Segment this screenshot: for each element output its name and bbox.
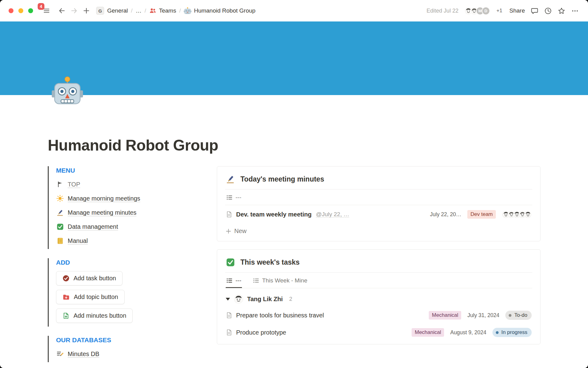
breadcrumb-page-label: Humanoid Robot Group [194, 7, 255, 14]
breadcrumb-separator: / [145, 7, 146, 14]
page-content: MENU TOP Manage morning meetings [0, 166, 588, 368]
attendee-avatars [502, 211, 532, 218]
database-link-minutes-db[interactable]: Minutes DB [56, 347, 200, 361]
status-dot [496, 331, 499, 334]
card-title: This week's tasks [240, 258, 300, 266]
right-column: Today's meeting minutes --- Dev. team we… [217, 166, 541, 344]
task-due-date: August 9, 2024 [450, 329, 486, 336]
avatar [524, 211, 532, 218]
robot-icon [51, 76, 83, 108]
avatar-overflow-count[interactable]: +1 [496, 8, 502, 14]
new-page-button[interactable] [81, 5, 92, 16]
meeting-minutes-header: Today's meeting minutes [225, 173, 532, 189]
notification-badge: 4 [38, 3, 44, 10]
page-robot-icon[interactable] [51, 76, 83, 108]
add-minutes-label: Add minutes button [74, 312, 126, 319]
team-tag: Dev team [467, 210, 496, 219]
menu-link-meeting-minutes[interactable]: Manage meeting minutes [56, 205, 200, 220]
notebook-icon [56, 237, 64, 245]
more-options-icon[interactable] [571, 7, 579, 15]
view-tab-default[interactable]: --- [226, 190, 242, 205]
menu-link-label: Manage meeting minutes [68, 209, 137, 216]
view-tab-label: This Week - Mine [262, 277, 307, 284]
menu-link-manual[interactable]: Manual [56, 234, 200, 248]
green-document-icon [62, 312, 70, 319]
category-tag: Mechanical [412, 328, 444, 337]
page-cover[interactable] [0, 21, 588, 95]
breadcrumb-collapsed[interactable]: … [136, 7, 141, 14]
comments-icon[interactable] [531, 7, 538, 15]
menu-link-data-management[interactable]: Data management [56, 220, 200, 234]
menu-link-label: Data management [68, 223, 118, 230]
writing-hand-icon [56, 209, 64, 217]
workspace-icon[interactable]: G [96, 7, 104, 15]
task-row[interactable]: Prepare tools for business travel Mechan… [225, 307, 532, 324]
check-circle-icon [62, 275, 70, 282]
database-link-label: Minutes DB [68, 351, 99, 358]
meeting-date-mention[interactable]: @July 22, … [316, 211, 349, 218]
list-view-icon [226, 278, 232, 284]
group-assignee-name[interactable]: Tang Lik Zhi [247, 296, 283, 303]
forward-button[interactable] [69, 5, 80, 16]
view-tab-label: --- [236, 194, 241, 201]
teams-people-icon [149, 7, 156, 14]
breadcrumb-workspace[interactable]: General [107, 7, 128, 14]
titlebar: 4 [0, 0, 588, 21]
task-title: Prepare tools for business travel [236, 312, 324, 319]
add-minutes-button[interactable]: Add minutes button [56, 309, 133, 323]
minutes-view-tabs: --- [225, 190, 532, 205]
view-tab-this-week-mine[interactable]: This Week - Mine [252, 273, 308, 288]
list-view-icon [226, 194, 232, 201]
close-window-button[interactable] [9, 8, 13, 13]
avatar-initial: D [482, 7, 490, 15]
weekly-tasks-card: This week's tasks --- This Week - Mine [217, 249, 541, 344]
menu-link-label: TOP [68, 181, 80, 188]
favorite-star-icon[interactable] [558, 7, 565, 15]
menu-link-top[interactable]: TOP [56, 177, 200, 191]
task-group-header: Tang Lik Zhi 2 [225, 288, 532, 307]
writing-hand-icon [226, 174, 235, 184]
last-edited-label: Edited Jul 22 [427, 8, 458, 14]
status-label: In progress [501, 329, 527, 335]
meeting-date: July 22, 20… [430, 211, 461, 218]
breadcrumb-separator: / [131, 7, 133, 14]
page-icon [226, 329, 232, 336]
meeting-row[interactable]: Dev. team weekly meeting @July 22, … Jul… [225, 205, 532, 224]
task-title: Produce prototype [236, 329, 286, 336]
add-topic-button[interactable]: Add topic button [56, 290, 125, 304]
collapse-triangle-icon[interactable] [226, 298, 230, 301]
task-due-date: July 31, 2024 [467, 312, 499, 319]
minimize-window-button[interactable] [18, 8, 23, 13]
status-badge: To-do [505, 311, 532, 320]
weekly-tasks-header: This week's tasks [225, 256, 532, 272]
list-view-icon [253, 278, 259, 284]
add-task-button[interactable]: Add task button [56, 271, 123, 286]
page-body: Humanoid Robot Group MENU TOP [0, 21, 588, 368]
breadcrumb-current-page[interactable]: Humanoid Robot Group [184, 7, 255, 15]
back-button[interactable] [56, 5, 67, 16]
status-dot [509, 314, 511, 317]
window-controls [9, 8, 33, 13]
share-button[interactable]: Share [509, 7, 525, 14]
task-row[interactable]: Produce prototype Mechanical August 9, 2… [225, 324, 532, 341]
new-meeting-button[interactable]: New [225, 224, 532, 238]
app-window: 4 [0, 0, 588, 368]
view-tab-label: --- [236, 277, 241, 284]
flag-icon [56, 180, 64, 188]
left-column: MENU TOP Manage morning meetings [48, 166, 217, 368]
sidebar-toggle-button[interactable]: 4 [41, 5, 52, 16]
menu-heading: MENU [56, 167, 200, 174]
forward-arrow-icon [70, 7, 78, 14]
menu-link-morning-meetings[interactable]: Manage morning meetings [56, 191, 200, 205]
plus-icon [83, 7, 90, 14]
add-topic-label: Add topic button [74, 293, 118, 301]
view-tab-default[interactable]: --- [226, 273, 242, 288]
task-properties: Mechanical August 9, 2024 In progress [412, 328, 532, 337]
collaborator-avatars[interactable]: M D [464, 7, 490, 15]
databases-heading: OUR DATABASES [56, 336, 200, 344]
fullscreen-window-button[interactable] [28, 8, 33, 13]
history-clock-icon[interactable] [544, 7, 552, 15]
status-label: To-do [514, 312, 527, 318]
sun-icon [56, 194, 64, 202]
breadcrumb-teams[interactable]: Teams [149, 7, 176, 14]
